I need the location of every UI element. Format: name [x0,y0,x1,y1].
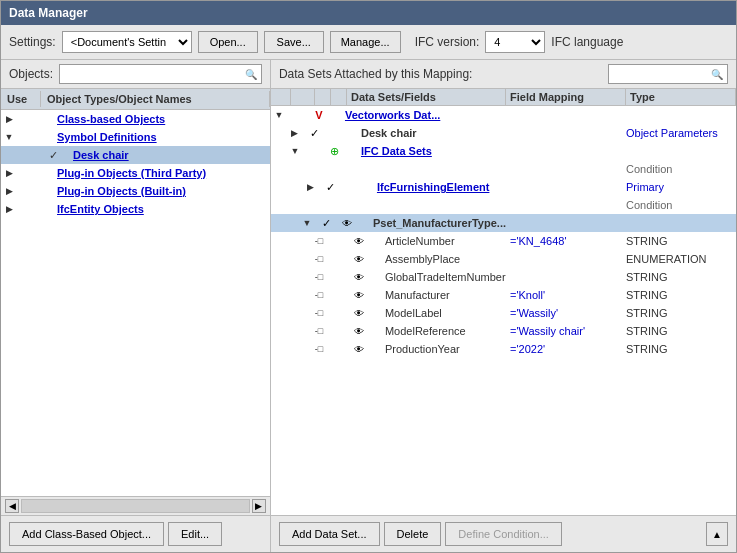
expander-icon: -□ [311,272,327,282]
item-name: ModelReference [383,325,506,337]
col-header-mapping: Field Mapping [506,89,626,105]
right-panel: Data Sets Attached by this Mapping: 🔍 Da… [271,60,736,552]
list-item[interactable]: ▼ V Vectorworks Dat... [271,106,736,124]
eye-icon: 👁 [339,218,355,229]
list-item[interactable]: ▶ IfcEntity Objects [1,200,270,218]
title-bar: Data Manager [1,1,736,25]
checkmark-icon: ✓ [310,127,319,139]
list-item[interactable]: ▶ Plug-in Objects (Built-in) [1,182,270,200]
objects-search-box: 🔍 [59,64,262,84]
item-name: Manufacturer [383,289,506,301]
type-col: STRING [626,235,736,247]
objects-column-header: Use Object Types/Object Names [1,88,270,110]
type-col: STRING [626,307,736,319]
list-item[interactable]: -□ 👁 AssemblyPlace ENUMERATION [271,250,736,268]
list-item[interactable]: Condition [271,196,736,214]
mapping-col: ='Wassily' [506,307,626,319]
list-item[interactable]: ▼ ✓ 👁 Pset_ManufacturerType... [271,214,736,232]
item-name: ModelLabel [383,307,506,319]
delete-button[interactable]: Delete [384,522,442,546]
item-name: Plug-in Objects (Third Party) [57,167,270,179]
expander-icon: ▼ [299,218,315,228]
mapping-col: ='2022' [506,343,626,355]
list-item[interactable]: ▶ ✓ Desk chair Object Parameters [271,124,736,142]
datasets-column-header: Data Sets/Fields Field Mapping Type [271,88,736,106]
item-name: Class-based Objects [57,113,270,125]
scroll-track[interactable] [21,499,250,513]
window-title: Data Manager [9,6,88,20]
main-window: Data Manager Settings: <Document's Setti… [0,0,737,553]
save-button[interactable]: Save... [264,31,324,53]
type-col: Object Parameters [626,127,736,139]
list-item[interactable]: -□ 👁 ProductionYear ='2022' STRING [271,340,736,358]
manage-button[interactable]: Manage... [330,31,401,53]
list-item[interactable]: Condition [271,160,736,178]
checkmark-icon: ✓ [326,181,335,193]
list-item[interactable]: ▶ Class-based Objects [1,110,270,128]
col-header-name: Object Types/Object Names [41,91,270,107]
list-item[interactable]: -□ 👁 ModelLabel ='Wassily' STRING [271,304,736,322]
up-arrow-button[interactable]: ▲ [706,522,728,546]
main-content: Objects: 🔍 Use Object Types/Object Names… [1,60,736,552]
col-header-type: Type [626,89,736,105]
col-header-expand [271,89,291,105]
ifc-version-dropdown[interactable]: 4 [485,31,545,53]
add-dataset-button[interactable]: Add Data Set... [279,522,380,546]
list-item[interactable]: ▼ Symbol Definitions [1,128,270,146]
datasets-label: Data Sets Attached by this Mapping: [279,67,472,81]
expander-icon: -□ [311,344,327,354]
col-header-vis1 [315,89,331,105]
item-name: ProductionYear [383,343,506,355]
item-name: GlobalTradeItemNumber [383,271,506,283]
objects-panel-header: Objects: 🔍 [1,60,270,88]
item-name: IFC Data Sets [359,145,506,157]
settings-dropdown[interactable]: <Document's Settin [62,31,192,53]
eye-icon: 👁 [351,308,367,319]
eye-icon: 👁 [351,344,367,355]
type-col: STRING [626,271,736,283]
expander-icon: -□ [311,254,327,264]
list-item[interactable]: -□ 👁 GlobalTradeItemNumber STRING [271,268,736,286]
item-name: IfcEntity Objects [57,203,270,215]
expander-icon: ▼ [1,132,17,142]
datasets-search-input[interactable] [613,68,723,80]
type-col: ENUMERATION [626,253,736,265]
define-condition-button[interactable]: Define Condition... [445,522,562,546]
checkmark-icon: ✓ [322,217,331,229]
eye-icon: 👁 [351,236,367,247]
search-icon: 🔍 [711,69,723,80]
list-item[interactable]: -□ 👁 Manufacturer ='Knoll' STRING [271,286,736,304]
expander-icon: ▶ [287,128,303,138]
item-name: IfcFurnishingElement [375,181,506,193]
objects-search-input[interactable] [64,68,257,80]
col-header-datasets: Data Sets/Fields [347,89,506,105]
expander-icon: -□ [311,308,327,318]
add-class-based-button[interactable]: Add Class-Based Object... [9,522,164,546]
list-item[interactable]: ✓ Desk chair [1,146,270,164]
eye-icon: 👁 [351,326,367,337]
open-button[interactable]: Open... [198,31,258,53]
scroll-right-arrow[interactable]: ▶ [252,499,266,513]
expander-icon: ▶ [1,186,17,196]
vw-icon: V [311,109,327,121]
edit-button[interactable]: Edit... [168,522,222,546]
list-item[interactable]: -□ 👁 ArticleNumber ='KN_4648' STRING [271,232,736,250]
ifc-icon: ⊕ [327,145,343,158]
eye-icon: 👁 [351,290,367,301]
list-item[interactable]: ▶ Plug-in Objects (Third Party) [1,164,270,182]
type-col: Condition [626,199,736,211]
list-item[interactable]: ▼ ⊕ IFC Data Sets [271,142,736,160]
list-item[interactable]: ▶ ✓ IfcFurnishingElement Primary [271,178,736,196]
list-item[interactable]: -□ 👁 ModelReference ='Wassily chair' STR… [271,322,736,340]
scroll-left-arrow[interactable]: ◀ [5,499,19,513]
mapping-col: ='Wassily chair' [506,325,626,337]
col-header-vis2 [331,89,347,105]
objects-label: Objects: [9,67,53,81]
checkmark-icon: ✓ [49,149,58,161]
datasets-tree: ▼ V Vectorworks Dat... ▶ ✓ Desk chair [271,106,736,515]
search-icon: 🔍 [245,69,257,80]
expander-icon: ▶ [1,114,17,124]
item-name: Symbol Definitions [57,131,270,143]
check-col: ✓ [319,181,343,194]
type-col: Primary [626,181,736,193]
